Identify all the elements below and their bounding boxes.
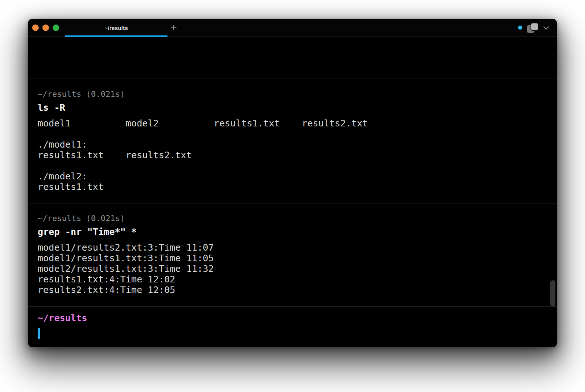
block-header: ~/results (0.021s) (38, 89, 547, 99)
scrollbar-thumb[interactable] (550, 280, 555, 307)
command-output: model1 model2 results1.txt results2.txt … (38, 118, 547, 192)
tab-results[interactable]: ~/results (65, 19, 167, 37)
panes-icon[interactable] (527, 23, 539, 33)
block-command: ls -R (38, 102, 547, 113)
notification-dot-icon (518, 26, 522, 30)
terminal-window: ~/results + ~/results (0.021s) ls -R mod… (28, 19, 557, 347)
text-cursor (38, 328, 40, 339)
new-tab-button[interactable]: + (166, 19, 181, 37)
pane-front-shape (531, 23, 539, 31)
command-output: model1/results2.txt:3:Time 11:07 model1/… (38, 242, 547, 295)
close-button[interactable] (32, 24, 39, 31)
command-block-grep: ~/results (0.021s) grep -nr "Time*" * mo… (28, 203, 557, 306)
command-input[interactable] (38, 328, 547, 339)
minimize-button[interactable] (42, 24, 49, 31)
block-command: grep -nr "Time*" * (38, 227, 547, 237)
traffic-lights (28, 24, 59, 31)
titlebar: ~/results + (28, 19, 557, 37)
block-header: ~/results (0.021s) (38, 213, 547, 223)
chevron-down-icon[interactable] (543, 24, 549, 30)
empty-scrollback (28, 37, 557, 79)
prompt-path: ~/results (38, 313, 547, 324)
zoom-button[interactable] (53, 24, 59, 31)
terminal-content: ~/results (0.021s) ls -R model1 model2 r… (28, 37, 557, 347)
command-block-ls: ~/results (0.021s) ls -R model1 model2 r… (28, 79, 557, 203)
titlebar-right-controls (518, 23, 557, 33)
prompt-block: ~/results (28, 306, 557, 347)
tab-title: ~/results (105, 25, 128, 31)
